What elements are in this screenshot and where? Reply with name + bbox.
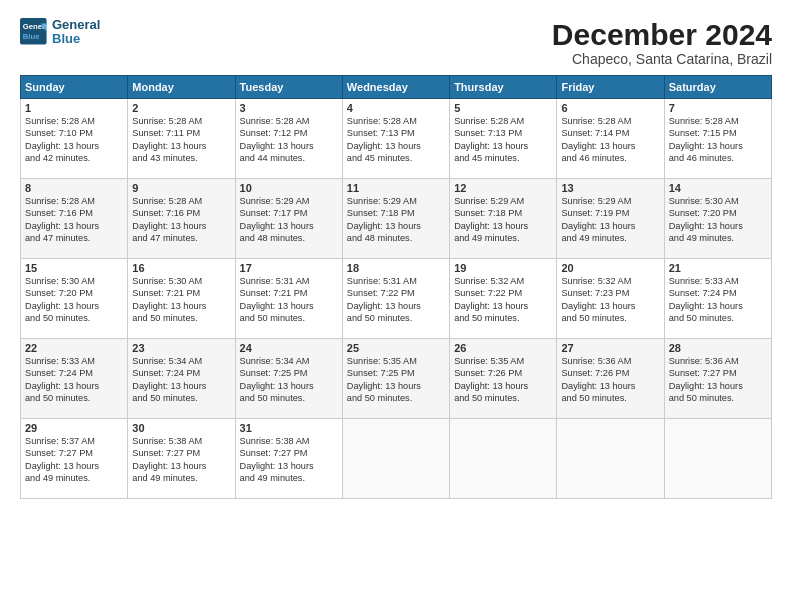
table-row: 18Sunrise: 5:31 AM Sunset: 7:22 PM Dayli… (342, 259, 449, 339)
day-info: Sunrise: 5:34 AM Sunset: 7:24 PM Dayligh… (132, 355, 230, 405)
day-info: Sunrise: 5:34 AM Sunset: 7:25 PM Dayligh… (240, 355, 338, 405)
day-info: Sunrise: 5:36 AM Sunset: 7:27 PM Dayligh… (669, 355, 767, 405)
day-info: Sunrise: 5:29 AM Sunset: 7:18 PM Dayligh… (454, 195, 552, 245)
col-monday: Monday (128, 76, 235, 99)
day-info: Sunrise: 5:33 AM Sunset: 7:24 PM Dayligh… (25, 355, 123, 405)
table-row: 25Sunrise: 5:35 AM Sunset: 7:25 PM Dayli… (342, 339, 449, 419)
table-row: 17Sunrise: 5:31 AM Sunset: 7:21 PM Dayli… (235, 259, 342, 339)
table-row: 31Sunrise: 5:38 AM Sunset: 7:27 PM Dayli… (235, 419, 342, 499)
table-row: 3Sunrise: 5:28 AM Sunset: 7:12 PM Daylig… (235, 99, 342, 179)
day-number: 10 (240, 182, 338, 194)
table-row: 8Sunrise: 5:28 AM Sunset: 7:16 PM Daylig… (21, 179, 128, 259)
day-info: Sunrise: 5:29 AM Sunset: 7:18 PM Dayligh… (347, 195, 445, 245)
calendar-table: Sunday Monday Tuesday Wednesday Thursday… (20, 75, 772, 499)
day-number: 19 (454, 262, 552, 274)
day-number: 16 (132, 262, 230, 274)
day-number: 31 (240, 422, 338, 434)
table-row: 29Sunrise: 5:37 AM Sunset: 7:27 PM Dayli… (21, 419, 128, 499)
day-info: Sunrise: 5:35 AM Sunset: 7:26 PM Dayligh… (454, 355, 552, 405)
day-info: Sunrise: 5:31 AM Sunset: 7:21 PM Dayligh… (240, 275, 338, 325)
day-info: Sunrise: 5:32 AM Sunset: 7:22 PM Dayligh… (454, 275, 552, 325)
calendar-header-row: Sunday Monday Tuesday Wednesday Thursday… (21, 76, 772, 99)
table-row: 10Sunrise: 5:29 AM Sunset: 7:17 PM Dayli… (235, 179, 342, 259)
day-number: 23 (132, 342, 230, 354)
day-number: 20 (561, 262, 659, 274)
day-number: 18 (347, 262, 445, 274)
day-number: 3 (240, 102, 338, 114)
table-row: 9Sunrise: 5:28 AM Sunset: 7:16 PM Daylig… (128, 179, 235, 259)
day-number: 29 (25, 422, 123, 434)
col-tuesday: Tuesday (235, 76, 342, 99)
table-row: 11Sunrise: 5:29 AM Sunset: 7:18 PM Dayli… (342, 179, 449, 259)
day-number: 14 (669, 182, 767, 194)
day-number: 25 (347, 342, 445, 354)
col-friday: Friday (557, 76, 664, 99)
table-row (664, 419, 771, 499)
day-info: Sunrise: 5:36 AM Sunset: 7:26 PM Dayligh… (561, 355, 659, 405)
day-info: Sunrise: 5:28 AM Sunset: 7:13 PM Dayligh… (347, 115, 445, 165)
main-title: December 2024 (552, 18, 772, 51)
table-row: 1Sunrise: 5:28 AM Sunset: 7:10 PM Daylig… (21, 99, 128, 179)
table-row: 23Sunrise: 5:34 AM Sunset: 7:24 PM Dayli… (128, 339, 235, 419)
table-row: 19Sunrise: 5:32 AM Sunset: 7:22 PM Dayli… (450, 259, 557, 339)
calendar-week-1: 1Sunrise: 5:28 AM Sunset: 7:10 PM Daylig… (21, 99, 772, 179)
day-info: Sunrise: 5:32 AM Sunset: 7:23 PM Dayligh… (561, 275, 659, 325)
table-row: 2Sunrise: 5:28 AM Sunset: 7:11 PM Daylig… (128, 99, 235, 179)
col-sunday: Sunday (21, 76, 128, 99)
day-number: 9 (132, 182, 230, 194)
calendar-week-3: 15Sunrise: 5:30 AM Sunset: 7:20 PM Dayli… (21, 259, 772, 339)
table-row: 24Sunrise: 5:34 AM Sunset: 7:25 PM Dayli… (235, 339, 342, 419)
calendar-week-2: 8Sunrise: 5:28 AM Sunset: 7:16 PM Daylig… (21, 179, 772, 259)
day-number: 8 (25, 182, 123, 194)
day-info: Sunrise: 5:30 AM Sunset: 7:20 PM Dayligh… (669, 195, 767, 245)
table-row: 26Sunrise: 5:35 AM Sunset: 7:26 PM Dayli… (450, 339, 557, 419)
table-row: 21Sunrise: 5:33 AM Sunset: 7:24 PM Dayli… (664, 259, 771, 339)
col-wednesday: Wednesday (342, 76, 449, 99)
day-number: 26 (454, 342, 552, 354)
table-row: 20Sunrise: 5:32 AM Sunset: 7:23 PM Dayli… (557, 259, 664, 339)
table-row: 30Sunrise: 5:38 AM Sunset: 7:27 PM Dayli… (128, 419, 235, 499)
table-row: 28Sunrise: 5:36 AM Sunset: 7:27 PM Dayli… (664, 339, 771, 419)
table-row (342, 419, 449, 499)
day-number: 17 (240, 262, 338, 274)
subtitle: Chapeco, Santa Catarina, Brazil (552, 51, 772, 67)
day-number: 11 (347, 182, 445, 194)
day-info: Sunrise: 5:30 AM Sunset: 7:21 PM Dayligh… (132, 275, 230, 325)
day-info: Sunrise: 5:28 AM Sunset: 7:13 PM Dayligh… (454, 115, 552, 165)
table-row: 7Sunrise: 5:28 AM Sunset: 7:15 PM Daylig… (664, 99, 771, 179)
logo: General Blue General Blue (20, 18, 100, 47)
day-number: 15 (25, 262, 123, 274)
day-info: Sunrise: 5:28 AM Sunset: 7:11 PM Dayligh… (132, 115, 230, 165)
day-number: 30 (132, 422, 230, 434)
table-row: 6Sunrise: 5:28 AM Sunset: 7:14 PM Daylig… (557, 99, 664, 179)
logo-text: General Blue (52, 18, 100, 47)
day-number: 22 (25, 342, 123, 354)
table-row: 27Sunrise: 5:36 AM Sunset: 7:26 PM Dayli… (557, 339, 664, 419)
title-block: December 2024 Chapeco, Santa Catarina, B… (552, 18, 772, 67)
col-thursday: Thursday (450, 76, 557, 99)
day-number: 21 (669, 262, 767, 274)
day-info: Sunrise: 5:30 AM Sunset: 7:20 PM Dayligh… (25, 275, 123, 325)
day-number: 6 (561, 102, 659, 114)
day-info: Sunrise: 5:28 AM Sunset: 7:14 PM Dayligh… (561, 115, 659, 165)
day-number: 7 (669, 102, 767, 114)
day-info: Sunrise: 5:28 AM Sunset: 7:16 PM Dayligh… (25, 195, 123, 245)
calendar-week-4: 22Sunrise: 5:33 AM Sunset: 7:24 PM Dayli… (21, 339, 772, 419)
page-header: General Blue General Blue December 2024 … (20, 18, 772, 67)
day-number: 2 (132, 102, 230, 114)
day-info: Sunrise: 5:31 AM Sunset: 7:22 PM Dayligh… (347, 275, 445, 325)
day-info: Sunrise: 5:28 AM Sunset: 7:10 PM Dayligh… (25, 115, 123, 165)
day-number: 5 (454, 102, 552, 114)
day-info: Sunrise: 5:35 AM Sunset: 7:25 PM Dayligh… (347, 355, 445, 405)
day-info: Sunrise: 5:28 AM Sunset: 7:12 PM Dayligh… (240, 115, 338, 165)
day-number: 27 (561, 342, 659, 354)
svg-text:Blue: Blue (23, 32, 40, 41)
day-info: Sunrise: 5:33 AM Sunset: 7:24 PM Dayligh… (669, 275, 767, 325)
table-row: 14Sunrise: 5:30 AM Sunset: 7:20 PM Dayli… (664, 179, 771, 259)
table-row: 5Sunrise: 5:28 AM Sunset: 7:13 PM Daylig… (450, 99, 557, 179)
day-info: Sunrise: 5:29 AM Sunset: 7:17 PM Dayligh… (240, 195, 338, 245)
day-number: 4 (347, 102, 445, 114)
table-row: 12Sunrise: 5:29 AM Sunset: 7:18 PM Dayli… (450, 179, 557, 259)
col-saturday: Saturday (664, 76, 771, 99)
table-row: 13Sunrise: 5:29 AM Sunset: 7:19 PM Dayli… (557, 179, 664, 259)
